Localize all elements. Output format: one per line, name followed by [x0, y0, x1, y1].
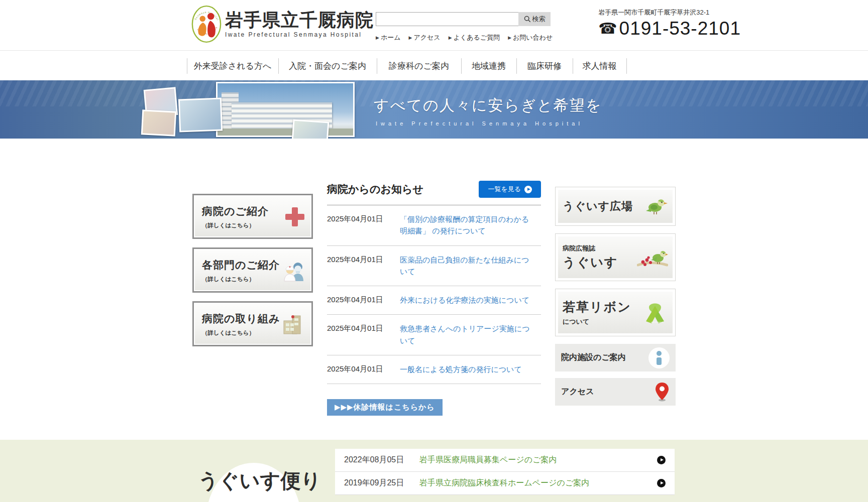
map-pin-icon [655, 382, 670, 402]
site-title: 岩手県立千厩病院 [225, 10, 374, 30]
banner-uguisu-hiroba[interactable]: うぐいす広場 [555, 187, 676, 226]
nav-item-outpatient[interactable]: 外来受診される方へ [187, 58, 278, 74]
news-link[interactable]: 外来における化学療法の実施について [400, 294, 533, 306]
hero-subtext: Iwate Prefectural Senmaya Hospital [376, 120, 602, 127]
hospital-emblem-icon: Senmaya Hospital Iwate Prefectural [191, 4, 222, 44]
banner-title: うぐいす [563, 254, 618, 271]
nav-item-admission[interactable]: 入院・面会のご案内 [278, 58, 377, 74]
uguisu-dayori-title: うぐいす便り [192, 467, 327, 494]
side-button-initiatives[interactable]: 病院の取り組み （詳しくはこちら） [192, 301, 313, 346]
bottom-news-link[interactable]: 岩手県立病院臨床検査科ホームページのご案内 [419, 478, 657, 488]
news-title: 病院からのお知らせ [327, 182, 423, 196]
news-link[interactable]: 医薬品の自己負担の新たな仕組みについて [400, 254, 533, 278]
news-link[interactable]: 一般名による処方箋の発行について [400, 363, 533, 375]
header: Senmaya Hospital Iwate Prefectural 岩手県立千… [0, 0, 868, 50]
banner-title: アクセス [561, 387, 594, 397]
hero-building-photo [216, 82, 355, 137]
news-list: 2025年04月01日 「個別の診療報酬の算定項目のわかる明細書」 の発行につい… [327, 205, 541, 384]
left-sidebar: 病院のご紹介 （詳しくはこちら） 各部門のご紹介 （詳しくはこちら） [192, 194, 313, 440]
bottom-news-list: 2022年08月05日 岩手県医療局職員募集ページのご案内 2019年09月25… [335, 449, 675, 502]
main-navigation: 外来受診される方へ 入院・面会のご案内 診療科のご案内 地域連携 臨床研修 求人… [0, 50, 868, 80]
bird-branch-icon [637, 245, 668, 270]
quick-link-faq[interactable]: よくあるご質問 [449, 33, 500, 42]
quick-link-access[interactable]: アクセス [409, 33, 441, 42]
nav-item-community[interactable]: 地域連携 [461, 58, 516, 74]
contact-info: 岩手県一関市千厩町千厩字草井沢32-1 ☎ 0191-53-2101 [598, 8, 741, 38]
quick-link-home[interactable]: ホーム [376, 33, 401, 42]
banner-title: 若草リボン [563, 299, 631, 315]
banner-title: うぐいす広場 [563, 199, 633, 214]
red-cross-icon [283, 205, 306, 228]
arrow-circle-icon [524, 186, 532, 193]
right-sidebar: うぐいす広場 病院広報誌 うぐいす [555, 187, 676, 440]
nav-item-recruit[interactable]: 求人情報 [573, 58, 627, 74]
side-button-departments-intro[interactable]: 各部門のご紹介 （詳しくはこちら） [192, 247, 313, 293]
emblem-top-text: Senmaya Hospital [194, 11, 219, 21]
quick-links: ホーム アクセス よくあるご質問 お問い合わせ [376, 33, 553, 42]
news-date: 2025年04月01日 [327, 213, 400, 237]
bird-icon [644, 197, 668, 216]
hero-photo-collage [142, 80, 355, 139]
info-icon [648, 347, 670, 368]
search-button-label: 検索 [532, 15, 546, 24]
green-ribbon-icon: wish for revival [642, 299, 668, 326]
quick-link-contact[interactable]: お問い合わせ [508, 33, 553, 42]
bottom-section: うぐいす便り 院内の出来事などを 2022年08月05日 岩手県医療局職員募集ペ… [0, 440, 868, 502]
search-icon [524, 16, 531, 23]
search-area: 検索 ホーム アクセス よくあるご質問 お問い合わせ [376, 12, 553, 42]
news-link[interactable]: 救急患者さんへのトリアージ実施について [400, 323, 533, 346]
hero-banner: すべての人々に安らぎと希望を Iwate Prefectural Senmaya… [0, 80, 868, 139]
hero-photo-small-4 [292, 119, 330, 139]
nav-item-residency[interactable]: 臨床研修 [516, 58, 573, 74]
banner-sublabel: について [563, 317, 631, 326]
side-button-hospital-intro[interactable]: 病院のご紹介 （詳しくはこちら） [192, 194, 313, 239]
banner-facilities-guide[interactable]: 院内施設のご案内 [555, 344, 676, 371]
news-date: 2025年04月01日 [327, 363, 400, 375]
arrow-circle-icon[interactable] [657, 456, 666, 464]
uguisu-dayori-block[interactable]: うぐいす便り 院内の出来事などを [192, 449, 327, 502]
hero-headline: すべての人々に安らぎと希望を [374, 95, 602, 116]
banner-wakakusa-ribbon[interactable]: 若草リボン について wish for revival [555, 289, 676, 336]
bottom-news-date: 2022年08月05日 [344, 455, 419, 465]
news-item: 2025年04月01日 外来における化学療法の実施について [327, 286, 541, 315]
banner-tag: 病院広報誌 [563, 244, 618, 253]
news-date: 2025年04月01日 [327, 294, 400, 306]
news-date: 2025年04月01日 [327, 323, 400, 346]
news-link[interactable]: 「個別の診療報酬の算定項目のわかる明細書」 の発行について [400, 213, 533, 237]
closed-info-banner[interactable]: ▶▶▶休診情報はこちらから [327, 399, 443, 416]
search-button[interactable]: 検索 [518, 12, 551, 26]
hero-photo-small-3 [178, 98, 223, 133]
hospital-address: 岩手県一関市千厩町千厩字草井沢32-1 [598, 8, 741, 17]
page: Senmaya Hospital Iwate Prefectural 岩手県立千… [0, 0, 868, 502]
news-item: 2025年04月01日 一般名による処方箋の発行について [327, 355, 541, 384]
ribbon-caption: wish for revival [651, 321, 663, 323]
svg-text:Senmaya Hospital: Senmaya Hospital [194, 11, 219, 21]
site-logo[interactable]: Senmaya Hospital Iwate Prefectural 岩手県立千… [191, 4, 374, 44]
hospital-building-icon [282, 313, 306, 335]
bottom-news-item: 2022年08月05日 岩手県医療局職員募集ページのご案内 [335, 449, 675, 472]
banner-kouhoushi-uguisu[interactable]: 病院広報誌 うぐいす [555, 233, 676, 281]
banner-title: 院内施設のご案内 [561, 352, 626, 363]
banner-access[interactable]: アクセス [555, 378, 676, 406]
phone-number: 0191-53-2101 [619, 19, 741, 38]
news-section: 病院からのお知らせ 一覧を見る 2025年04月01日 「個別の診療報酬の算定項… [327, 181, 541, 440]
news-item: 2025年04月01日 医薬品の自己負担の新たな仕組みについて [327, 246, 541, 287]
news-date: 2025年04月01日 [327, 254, 400, 278]
phone-icon: ☎ [598, 21, 617, 36]
view-all-button[interactable]: 一覧を見る [479, 181, 541, 198]
hero-photo-small-2 [141, 109, 177, 136]
site-subtitle: Iwate Prefectural Senmaya Hospital [225, 31, 374, 38]
arrow-circle-icon[interactable] [657, 479, 666, 487]
search-input[interactable] [376, 12, 518, 26]
medical-staff-icon [282, 259, 306, 282]
bottom-news-date: 2019年09月25日 [344, 478, 419, 488]
news-item: 2025年04月01日 「個別の診療報酬の算定項目のわかる明細書」 の発行につい… [327, 205, 541, 246]
bottom-news-link[interactable]: 岩手県医療局職員募集ページのご案内 [419, 455, 657, 465]
news-item: 2025年04月01日 救急患者さんへのトリアージ実施について [327, 315, 541, 355]
main-content: 病院のご紹介 （詳しくはこちら） 各部門のご紹介 （詳しくはこちら） [192, 139, 676, 440]
view-all-label: 一覧を見る [488, 185, 521, 194]
nav-item-departments[interactable]: 診療科のご案内 [377, 58, 461, 74]
bottom-news-item: 2019年09月25日 岩手県立病院臨床検査科ホームページのご案内 [335, 472, 675, 495]
